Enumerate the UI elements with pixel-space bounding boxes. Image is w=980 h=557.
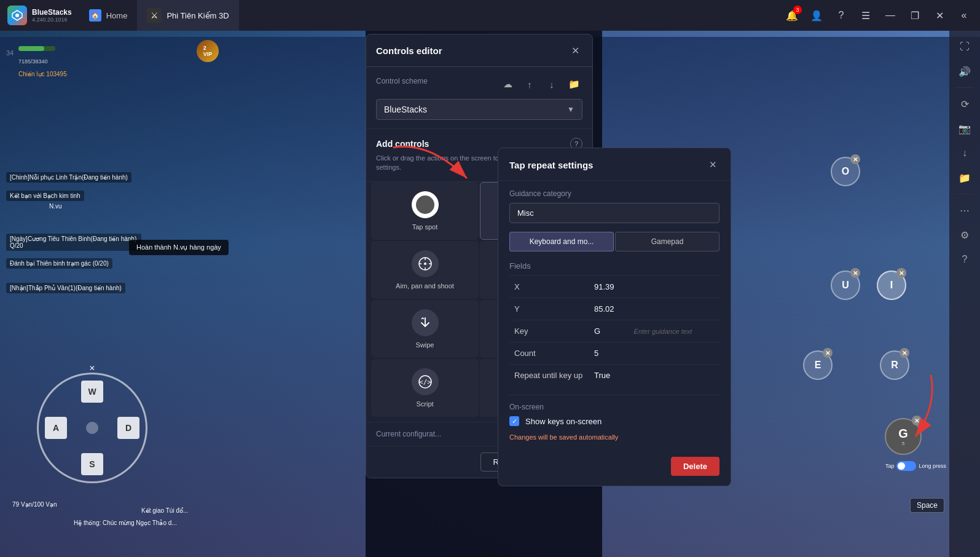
- scheme-selector[interactable]: BlueStacks ▼: [376, 99, 582, 120]
- delete-button[interactable]: Delete: [671, 457, 719, 476]
- control-scheme-section: Control scheme ☁ ↑ ↓ 📁 BlueStacks ▼: [366, 67, 592, 129]
- sidebar-help[interactable]: ?: [954, 248, 976, 271]
- tap-label: Tap: [885, 463, 895, 469]
- float-key-r[interactable]: ✕ R: [880, 350, 909, 380]
- field-row-x: X 91.39: [509, 276, 719, 298]
- collapse-btn[interactable]: «: [953, 4, 975, 26]
- sidebar-screenshot[interactable]: 📷: [954, 117, 976, 140]
- field-key-value[interactable]: G: [589, 320, 629, 342]
- modal-close-btn[interactable]: ✕: [706, 158, 719, 172]
- home-icon: 🏠: [89, 9, 101, 22]
- control-script[interactable]: </> Script: [371, 359, 479, 417]
- dpad-down-key[interactable]: S: [81, 453, 103, 475]
- game-stat-combat: Chiến lực 103495: [18, 71, 67, 77]
- control-tap-spot[interactable]: Tap spot: [371, 182, 479, 240]
- sidebar-folder[interactable]: 📁: [954, 167, 976, 189]
- logo-name: BlueStacks: [32, 8, 72, 17]
- dpad-circle: W S A D: [37, 373, 147, 483]
- dpad-up-key[interactable]: W: [81, 381, 103, 403]
- field-y-name: Y: [509, 298, 589, 320]
- long-press-label: Long press: [919, 463, 946, 469]
- key-u-close[interactable]: ✕: [850, 268, 860, 278]
- scheme-upload-icon[interactable]: ☁: [499, 76, 516, 93]
- close-btn[interactable]: ✕: [928, 4, 951, 26]
- sidebar-volume[interactable]: 🔊: [954, 60, 976, 82]
- key-o-close[interactable]: ✕: [850, 154, 860, 164]
- field-count-value[interactable]: 5: [589, 342, 629, 365]
- float-key-i-2[interactable]: ✕ I: [877, 271, 906, 300]
- dpad-right-key[interactable]: D: [117, 417, 139, 439]
- show-keys-checkbox[interactable]: ✓: [509, 416, 519, 426]
- field-key-placeholder: Enter guidance text: [629, 320, 719, 342]
- float-key-e[interactable]: ✕ E: [803, 350, 833, 380]
- top-bar: BlueStacks 4.240.20.1016 🏠 Home ⚔ Phi Ti…: [0, 0, 980, 31]
- space-key[interactable]: Space: [910, 498, 944, 513]
- on-screen-row: ✓ Show keys on-screen: [509, 416, 719, 426]
- modal-header: Tap repeat settings ✕: [498, 148, 731, 181]
- field-repeat-until-name: Repeat until key up: [509, 365, 589, 387]
- guidance-category-label: Guidance category: [509, 189, 719, 198]
- game-tooltip: Hoàn thành N.vụ hàng ngày: [129, 240, 229, 255]
- scheme-section-header: Control scheme ☁ ↑ ↓ 📁: [376, 76, 582, 93]
- bluestacks-logo: BlueStacks 4.240.20.1016: [0, 6, 79, 25]
- field-repeat-until-value[interactable]: True: [589, 365, 629, 387]
- control-aim-pan-shoot[interactable]: Aim, pan and shoot: [371, 241, 479, 299]
- float-key-o[interactable]: ✕ O: [831, 157, 860, 186]
- scheme-import-icon[interactable]: ↓: [543, 76, 560, 93]
- game-bottom-stat: 79 Vạn/100 Vạn: [12, 501, 57, 508]
- sidebar-apk[interactable]: ↓: [954, 142, 976, 164]
- sidebar-fullscreen[interactable]: ⛶: [954, 36, 976, 58]
- scheme-arrow-icon: ▼: [567, 105, 574, 114]
- scheme-label: Control scheme: [376, 77, 428, 85]
- guidance-category-input[interactable]: [509, 203, 719, 223]
- bluestacks-icon: [7, 6, 27, 25]
- nvu-label: N.vu: [49, 203, 62, 210]
- sidebar-settings[interactable]: ⚙: [954, 224, 976, 246]
- scheme-folder-icon[interactable]: 📁: [565, 76, 582, 93]
- account-btn[interactable]: 👤: [806, 4, 828, 26]
- key-e-close[interactable]: ✕: [823, 348, 833, 358]
- notification-btn[interactable]: 🔔 3: [781, 4, 803, 26]
- dpad-close[interactable]: ✕: [89, 364, 95, 373]
- float-key-u[interactable]: ✕ U: [831, 271, 860, 300]
- modal-body: Guidance category Keyboard and mo... Gam…: [498, 181, 731, 449]
- toggle-switch[interactable]: [896, 461, 916, 471]
- scheme-export-icon[interactable]: ↑: [521, 76, 538, 93]
- menu-btn[interactable]: ☰: [855, 4, 877, 26]
- key-i2-close[interactable]: ✕: [896, 268, 906, 278]
- tab-keyboard-mo[interactable]: Keyboard and mo...: [509, 232, 614, 251]
- script-label: Script: [416, 400, 433, 408]
- sidebar-more[interactable]: ⋯: [954, 199, 976, 221]
- field-row-repeat-until: Repeat until key up True: [509, 365, 719, 387]
- logo-version: 4.240.20.1016: [32, 17, 72, 23]
- swipe-icon: [412, 309, 439, 336]
- key-g-close[interactable]: ✕: [912, 416, 922, 425]
- swipe-label: Swipe: [416, 341, 434, 349]
- notification-count: 3: [793, 6, 802, 14]
- tab-game[interactable]: ⚔ Phi Tiên Kiếm 3D: [137, 0, 238, 31]
- scheme-icons: ☁ ↑ ↓ 📁: [499, 76, 582, 93]
- minimize-btn[interactable]: —: [879, 4, 901, 26]
- tab-gamepad[interactable]: Gamepad: [615, 232, 719, 251]
- game-stat-level: 34: [6, 49, 14, 57]
- aim-pan-shoot-label: Aim, pan and shoot: [396, 282, 454, 290]
- svg-text:</>: </>: [419, 378, 431, 386]
- dpad-container: ✕ W S A D: [37, 373, 147, 483]
- field-y-value[interactable]: 85.02: [589, 298, 629, 320]
- current-config-label: Current configurat...: [376, 430, 441, 438]
- tab-home-label: Home: [106, 11, 128, 20]
- modal-footer: Delete: [498, 449, 731, 476]
- control-swipe[interactable]: Swipe: [371, 300, 479, 358]
- help-btn[interactable]: ?: [830, 4, 852, 26]
- field-repeat-until-extra: [629, 365, 719, 387]
- float-key-g-large[interactable]: ✕ G 5: [885, 418, 922, 455]
- field-x-value[interactable]: 91.39: [589, 276, 629, 298]
- dpad-left-key[interactable]: A: [45, 417, 67, 439]
- chat-msg-3: [Ngày]Cương Tiêu Thiên Binh(Đang tiến hà…: [6, 234, 141, 251]
- controls-editor-close[interactable]: ✕: [568, 43, 582, 58]
- tap-spot-label: Tap spot: [412, 223, 438, 231]
- tab-home[interactable]: 🏠 Home: [79, 0, 138, 31]
- key-r-close[interactable]: ✕: [900, 348, 909, 358]
- maximize-btn[interactable]: ❐: [904, 4, 926, 26]
- sidebar-rotate[interactable]: ⟳: [954, 93, 976, 115]
